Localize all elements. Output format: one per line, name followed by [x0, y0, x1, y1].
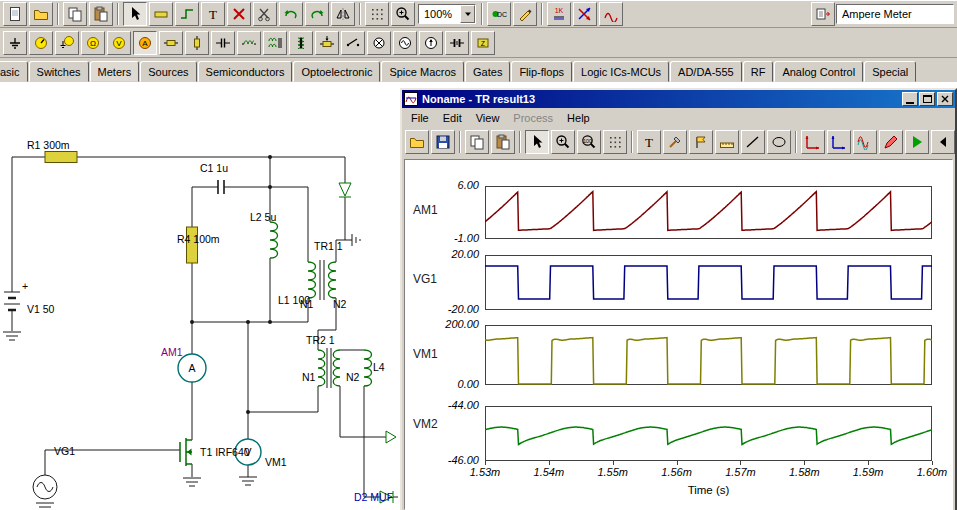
tic-probe-button[interactable]: 1K: [547, 2, 571, 26]
tab-asic[interactable]: asic: [0, 61, 28, 82]
transformer-component[interactable]: [289, 31, 313, 55]
schematic-label[interactable]: R1 300m: [27, 139, 70, 151]
tab-analog-control[interactable]: Analog Control: [774, 61, 863, 82]
find-component-button[interactable]: [811, 2, 835, 26]
tab-gates[interactable]: Gates: [465, 61, 510, 82]
schematic-label[interactable]: V: [244, 446, 251, 458]
x-axis-button[interactable]: [801, 130, 825, 154]
schematic-label[interactable]: AM1: [161, 346, 183, 358]
component-TR2-transformer[interactable]: [318, 348, 340, 388]
voltage-pin-component[interactable]: [29, 31, 53, 55]
component-V1-battery[interactable]: [4, 288, 20, 316]
tab-ad-da-555[interactable]: AD/DA-555: [670, 61, 742, 82]
tab-optoelectronic[interactable]: Optoelectronic: [293, 61, 380, 82]
tab-spice-macros[interactable]: Spice Macros: [381, 61, 464, 82]
marker-tool-button[interactable]: [689, 130, 713, 154]
menu-edit[interactable]: Edit: [436, 110, 469, 126]
chevron-down-icon[interactable]: [460, 5, 475, 23]
tab-flip-flops[interactable]: Flip-flops: [511, 61, 572, 82]
zoom-100-button[interactable]: 100: [577, 130, 601, 154]
inductor-component[interactable]: [237, 31, 261, 55]
ground-component[interactable]: [3, 31, 27, 55]
component-C1-capacitor[interactable]: [218, 180, 224, 194]
minimize-button[interactable]: [902, 92, 918, 106]
component-VG1-generator[interactable]: [33, 475, 57, 499]
dc-interactive-button[interactable]: DC: [487, 2, 511, 26]
switch-component[interactable]: [341, 31, 365, 55]
rotate-right-button[interactable]: [305, 2, 329, 26]
schematic-label[interactable]: N2: [333, 298, 347, 310]
open-button[interactable]: [405, 130, 429, 154]
jumper-component[interactable]: [185, 31, 209, 55]
maximize-button[interactable]: [919, 92, 935, 106]
voltage-generator-component[interactable]: [393, 31, 417, 55]
copy-button[interactable]: [63, 2, 87, 26]
menu-file[interactable]: File: [404, 110, 436, 126]
cut-button[interactable]: [253, 2, 277, 26]
ohmmeter-component[interactable]: Ω: [81, 31, 105, 55]
voltmeter-component[interactable]: V: [107, 31, 131, 55]
io-signal-button[interactable]: [573, 2, 597, 26]
component-name-box[interactable]: Ampere Meter: [836, 4, 954, 24]
schematic-label[interactable]: R4 100m: [177, 233, 220, 245]
mirror-button[interactable]: [331, 2, 355, 26]
component-L4-inductor[interactable]: [364, 350, 372, 386]
probe-tool-button[interactable]: [663, 130, 687, 154]
grid-toggle-button[interactable]: [603, 130, 627, 154]
result-window-titlebar[interactable]: Noname - TR result13: [402, 90, 955, 108]
schematic-label[interactable]: N2: [346, 371, 360, 383]
y-axis-button[interactable]: [827, 130, 851, 154]
schematic-label[interactable]: D2 MUF: [354, 491, 393, 503]
cursor-tool-button[interactable]: [525, 130, 549, 154]
schematic-label[interactable]: VG1: [54, 445, 75, 457]
schematic-label[interactable]: A: [188, 362, 195, 374]
schematic-label[interactable]: +: [22, 280, 28, 292]
last-component-button[interactable]: [149, 2, 173, 26]
run-button[interactable]: [905, 130, 929, 154]
zoom-fit-button[interactable]: [365, 2, 389, 26]
tab-rf[interactable]: RF: [743, 61, 774, 82]
plot-VM2[interactable]: [485, 406, 932, 461]
zoom-in-button[interactable]: [551, 130, 575, 154]
potentiometer-component[interactable]: [315, 31, 339, 55]
schematic-label[interactable]: V1 50: [27, 303, 55, 315]
schematic-label[interactable]: N1: [302, 371, 316, 383]
tab-meters[interactable]: Meters: [90, 61, 140, 82]
interactive-mode-button[interactable]: [513, 2, 537, 26]
coupled-inductors-component[interactable]: [263, 31, 287, 55]
tab-semiconductors[interactable]: Semiconductors: [198, 61, 293, 82]
close-button[interactable]: [937, 92, 953, 106]
text-tool-button[interactable]: T: [637, 130, 661, 154]
current-generator-component[interactable]: [419, 31, 443, 55]
ampere-meter-component[interactable]: A: [133, 31, 157, 55]
plot-VG1[interactable]: [485, 255, 932, 310]
menu-help[interactable]: Help: [560, 110, 597, 126]
component-TR1-transformer[interactable]: [308, 260, 336, 300]
line-tool-button[interactable]: [741, 130, 765, 154]
capacitor-component[interactable]: [211, 31, 235, 55]
copy-button[interactable]: [465, 130, 489, 154]
battery-component[interactable]: [445, 31, 469, 55]
prev-page-button[interactable]: [931, 130, 955, 154]
schematic-label[interactable]: L4: [373, 361, 385, 373]
ellipse-tool-button[interactable]: [767, 130, 791, 154]
paste-button[interactable]: [491, 130, 515, 154]
zoom-level-select[interactable]: 100%: [418, 4, 476, 24]
resistor-component[interactable]: [159, 31, 183, 55]
schematic-label[interactable]: C1 1u: [200, 162, 228, 174]
schematic-label[interactable]: N1: [300, 298, 314, 310]
schematic-label[interactable]: TR1 1: [314, 240, 343, 252]
tab-switches[interactable]: Switches: [29, 61, 89, 82]
open-file-button[interactable]: [29, 2, 53, 26]
wire-tool-button[interactable]: [175, 2, 199, 26]
delete-button[interactable]: [227, 2, 251, 26]
tab-sources[interactable]: Sources: [140, 61, 196, 82]
select-tool-button[interactable]: [123, 2, 147, 26]
plot-VM1[interactable]: [485, 325, 932, 385]
schematic-label[interactable]: T1 IRF640: [200, 446, 250, 458]
zoom-in-button[interactable]: [391, 2, 415, 26]
rotate-left-button[interactable]: [279, 2, 303, 26]
component-L2-inductor[interactable]: [270, 222, 278, 258]
autoscale-curves-button[interactable]: [853, 130, 877, 154]
tab-special[interactable]: Special: [864, 61, 916, 82]
